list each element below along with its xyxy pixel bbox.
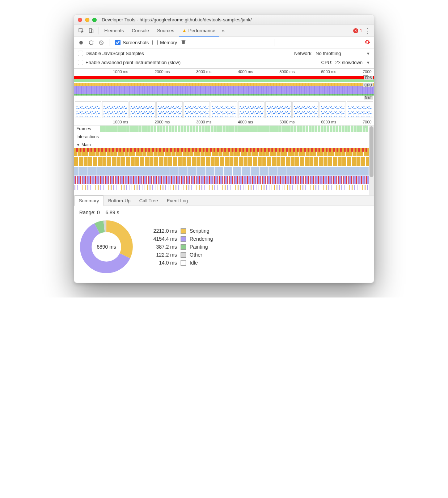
frame-bar [279,126,282,132]
tab-console[interactable]: Console [128,25,153,37]
screenshot-thumb[interactable] [129,101,156,118]
interactions-track-header[interactable]: Interactions [74,132,369,142]
tab-performance[interactable]: ▲ Performance [179,25,219,37]
tab-summary[interactable]: Summary [74,195,104,206]
frame-bar [190,126,192,132]
frame-bar [249,126,252,132]
record-icon[interactable] [78,39,84,46]
ruler-tick: 4000 ms [238,69,253,74]
tab-sources[interactable]: Sources [153,25,178,37]
flame-row [74,148,369,156]
screenshot-thumb[interactable] [183,101,210,118]
frame-bar [321,126,323,132]
advanced-paint-checkbox[interactable]: Enable advanced paint instrumentation (s… [78,60,181,65]
frame-bar [207,126,210,132]
flame-ruler[interactable]: 1000 ms2000 ms3000 ms4000 ms5000 ms6000 … [74,119,374,126]
disable-js-input[interactable] [78,51,83,56]
window-title: Developer Tools - https://googlechrome.g… [102,17,252,22]
network-select[interactable]: No throttling ▼ [316,51,370,56]
checkbox-label: Enable advanced paint instrumentation (s… [85,60,181,65]
tab-call-tree[interactable]: Call Tree [135,196,162,206]
minimize-window-icon[interactable] [85,18,89,22]
screenshots-input[interactable] [115,40,121,45]
legend-row: 2212.0 msScripting [144,228,213,234]
legend-label: Painting [190,244,208,250]
tab-elements[interactable]: Elements [101,25,127,37]
legend-swatch [181,244,186,250]
screenshot-thumb[interactable] [292,101,319,118]
flame-pane[interactable]: 1000 ms2000 ms3000 ms4000 ms5000 ms6000 … [74,119,374,195]
frame-bar [166,126,168,132]
cpu-select[interactable]: 2× slowdown ▼ [335,60,370,65]
frame-bar [130,126,132,132]
scrollbar-thumb[interactable] [369,126,373,177]
overview-pane[interactable]: 1000 ms2000 ms3000 ms4000 ms5000 ms6000 … [74,68,374,119]
frame-bar [163,126,165,132]
frame-bar [223,126,225,132]
screenshots-checkbox[interactable]: Screenshots [115,40,149,45]
screenshot-thumb[interactable] [156,101,183,118]
vertical-scrollbar[interactable] [369,126,374,195]
frame-bar [288,126,291,132]
screenshot-filmstrip[interactable] [74,101,374,119]
screenshot-thumb[interactable] [75,101,101,118]
reload-icon[interactable] [88,39,94,46]
screenshot-thumb[interactable] [102,101,128,118]
kebab-menu-icon[interactable]: ⋮ [363,27,372,35]
frame-bar [151,126,153,132]
legend-swatch [181,228,186,234]
tab-event-log[interactable]: Event Log [162,196,193,206]
memory-checkbox[interactable]: Memory [152,40,177,45]
frame-bar [261,126,264,132]
svg-rect-0 [79,29,82,32]
error-count-badge[interactable]: ✕ 1 [353,28,362,33]
checkbox-label: Memory [160,40,177,45]
frame-bar [196,126,198,132]
frame-bar [184,126,186,132]
flame-row [74,176,369,184]
frame-bar [363,126,365,132]
advanced-paint-input[interactable] [78,60,83,65]
frame-bar [214,126,216,132]
frames-strip [100,126,369,132]
frame-bar [330,126,332,132]
clear-icon[interactable] [98,39,105,46]
main-flame-chart[interactable] [74,148,369,195]
overview-ruler[interactable]: 1000 ms2000 ms3000 ms4000 ms5000 ms6000 … [74,69,374,75]
svg-point-3 [79,41,83,45]
frame-bar [336,126,338,132]
screenshot-thumb[interactable] [347,101,373,118]
ruler-tick: 1000 ms [113,69,128,74]
ruler-tick: 2000 ms [155,120,170,124]
settings-gear-icon[interactable] [364,39,370,46]
screenshot-thumb[interactable] [211,101,237,118]
garbage-collect-icon[interactable] [181,39,186,46]
main-track-header[interactable]: ▼ Main [74,142,369,148]
chevron-down-icon: ▼ [366,51,370,56]
legend-ms: 122.2 ms [144,252,177,258]
disable-js-checkbox[interactable]: Disable JavaScript Samples [78,51,144,56]
tab-bottom-up[interactable]: Bottom-Up [104,196,135,206]
more-tabs-icon[interactable]: » [220,28,227,34]
screenshot-thumb[interactable] [265,101,292,118]
option-row-1: Disable JavaScript Samples Network: No t… [74,49,374,58]
tab-label: Call Tree [139,198,158,203]
inspect-element-icon[interactable] [76,26,86,35]
device-toolbar-icon[interactable] [86,26,96,35]
ruler-tick: 6000 ms [321,69,336,74]
frame-bar [365,126,368,132]
ruler-tick: 5000 ms [279,69,295,74]
frame-bar [351,126,353,132]
frame-bar [240,126,243,132]
frame-bar [312,126,314,132]
memory-input[interactable] [152,40,158,45]
screenshot-thumb[interactable] [238,101,265,118]
zoom-window-icon[interactable] [92,18,97,22]
close-window-icon[interactable] [78,18,82,22]
tab-label: Elements [104,28,124,33]
legend-ms: 387.2 ms [144,244,177,250]
frame-bar [202,126,204,132]
collapse-icon[interactable]: ▼ [76,143,80,147]
frame-bar [139,126,141,132]
screenshot-thumb[interactable] [320,101,346,118]
